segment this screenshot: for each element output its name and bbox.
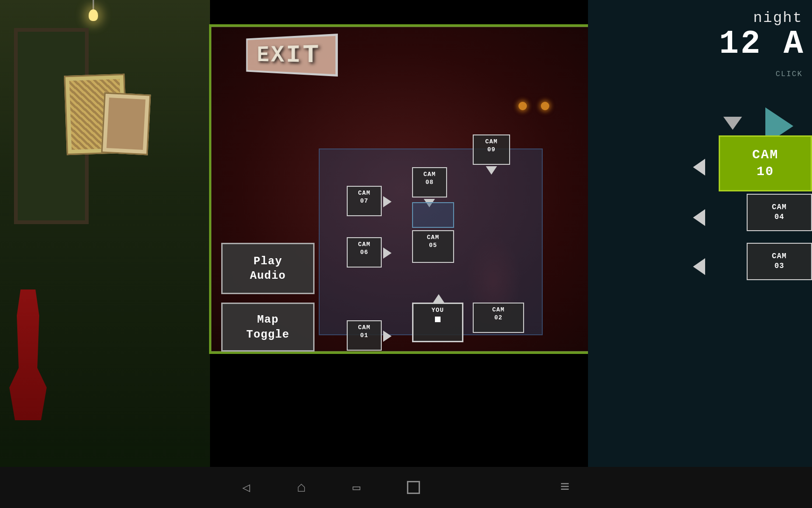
night-label: night xyxy=(753,9,803,27)
arrow-you xyxy=(433,294,444,303)
cam-02-box[interactable]: CAM02 xyxy=(473,303,524,333)
home-icon: ⌂ xyxy=(297,479,306,496)
floor-plants xyxy=(0,420,210,467)
bottom-nav-bar: ◁ ⌂ ▭ ≡ xyxy=(0,467,812,508)
cam-03-box[interactable]: CAM03 xyxy=(747,243,812,280)
cam-01-box[interactable]: CAM01 xyxy=(347,320,382,351)
arrow-cam03-left xyxy=(693,258,705,275)
cam-scroll-down-button[interactable] xyxy=(723,117,742,130)
recents-icon: ▭ xyxy=(352,480,360,495)
arrow-cam10-left xyxy=(693,159,705,176)
cam-04-box[interactable]: CAM04 xyxy=(747,194,812,231)
eye-right xyxy=(541,102,549,110)
map-toggle-button[interactable]: MapToggle xyxy=(221,303,315,352)
poster-area xyxy=(65,75,149,177)
night-indicator: night xyxy=(753,9,803,27)
nav-home-button[interactable]: ⌂ xyxy=(297,479,306,496)
cam-09-box[interactable]: CAM09 xyxy=(473,134,510,165)
time-display: 12 A xyxy=(719,26,805,63)
cam-05-box[interactable]: CAM05 xyxy=(412,230,454,263)
corridor-center xyxy=(412,202,454,228)
nav-recents-button[interactable]: ▭ xyxy=(352,480,360,495)
exit-sign-text: EXIT xyxy=(257,40,321,71)
cam-07-box[interactable]: CAM07 xyxy=(347,186,382,216)
click-instruction: CLICK xyxy=(776,70,803,78)
click-label: CLICK xyxy=(776,70,803,78)
nav-square-button[interactable] xyxy=(407,481,420,494)
play-audio-button[interactable]: PlayAudio xyxy=(221,243,315,294)
arrow-cam09 xyxy=(486,166,497,175)
menu-icon: ≡ xyxy=(560,479,569,496)
nav-back-button[interactable]: ◁ xyxy=(242,480,250,495)
exit-sign: EXIT xyxy=(246,34,337,77)
cam-10-active[interactable]: CAM10 xyxy=(719,135,812,191)
cam-08-box[interactable]: CAM08 xyxy=(412,167,447,198)
time-value: 12 A xyxy=(719,26,805,63)
eye-left xyxy=(518,102,527,110)
dark-figure xyxy=(514,102,554,113)
arrow-cam07 xyxy=(383,196,392,207)
back-icon: ◁ xyxy=(242,480,250,495)
poster-2 xyxy=(101,92,151,155)
you-box: YOU xyxy=(412,303,463,342)
ceiling-light xyxy=(86,0,100,28)
nav-menu-button[interactable]: ≡ xyxy=(560,479,569,496)
square-icon xyxy=(407,481,420,494)
arrow-cam06 xyxy=(383,247,392,259)
cam-06-box[interactable]: CAM06 xyxy=(347,237,382,268)
room-background xyxy=(0,0,210,467)
arrow-cam01 xyxy=(383,331,392,342)
arrow-cam04-left xyxy=(693,209,705,226)
hud-panel: night 12 A CLICK CAM10 CAM04 CAM03 xyxy=(588,0,812,467)
